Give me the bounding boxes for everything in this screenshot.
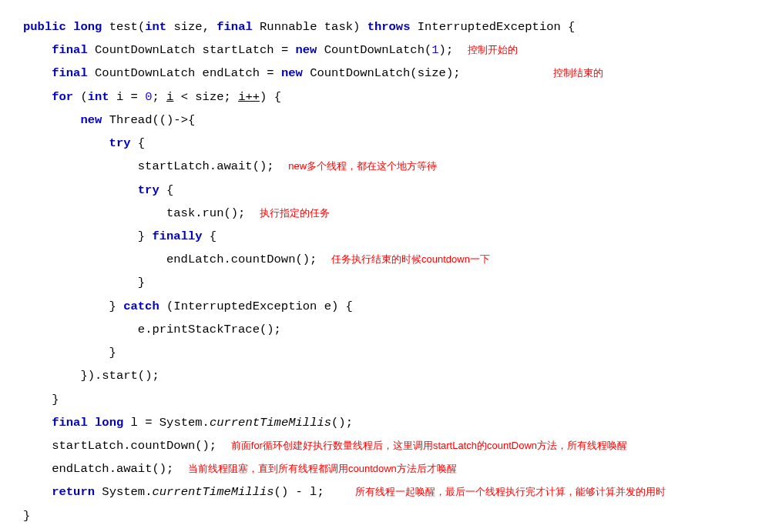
var-l: l (310, 485, 317, 499)
param-task: task (324, 20, 353, 34)
code-line: startLatch.countDown(); 前面for循环创建好执行数量线程… (23, 434, 759, 457)
code-line: final CountDownLatch endLatch = new Coun… (23, 62, 759, 85)
type-cdl: CountDownLatch (95, 43, 195, 57)
type-cdl: CountDownLatch (310, 66, 410, 80)
code-block: public long test(int size, final Runnabl… (23, 15, 759, 527)
var-startlatch: startLatch (52, 439, 123, 453)
var-endlatch: endLatch (166, 253, 223, 266)
literal-one: 1 (431, 43, 438, 57)
keyword-long: long (73, 20, 102, 34)
code-line: } (23, 341, 759, 364)
type-exception: InterruptedException (173, 299, 317, 313)
type-thread: Thread (109, 113, 153, 127)
keyword-final: final (52, 66, 88, 80)
keyword-for: for (52, 90, 73, 104)
var-startlatch: startLatch (203, 43, 274, 57)
keyword-return: return (52, 485, 95, 499)
code-line: }).start(); (23, 364, 759, 387)
comment-block-current: 当前线程阻塞，直到所有线程都调用countdown方法后才唤醒 (188, 463, 457, 474)
code-line: } catch (InterruptedException e) { (23, 295, 759, 318)
param-size: size (173, 20, 202, 34)
method-pst: printStackTrace (152, 323, 260, 336)
method-ctm: currentTimeMillis (152, 485, 274, 499)
comment-for-loop-done: 前面for循环创建好执行数量线程后，这里调用startLatch的countDo… (231, 440, 627, 451)
type-cdl: CountDownLatch (95, 66, 195, 80)
code-line: try { (23, 132, 759, 155)
type-system: System (102, 485, 145, 499)
var-e: e (138, 323, 145, 336)
code-line: try { (23, 179, 759, 202)
method-start: start (102, 369, 138, 383)
type-runnable: Runnable (260, 20, 317, 34)
keyword-public: public (23, 20, 66, 34)
code-line: } (23, 388, 759, 411)
keyword-new: new (296, 43, 317, 57)
comment-start-control: 控制开始的 (468, 44, 518, 55)
keyword-new: new (281, 66, 303, 80)
inc-i: i++ (238, 90, 260, 104)
keyword-finally: finally (152, 229, 202, 243)
keyword-long: long (95, 416, 123, 430)
method-name: test (109, 20, 138, 34)
code-line: endLatch.await(); 当前线程阻塞，直到所有线程都调用countd… (23, 457, 759, 480)
keyword-final: final (216, 20, 253, 34)
var-i: i (116, 90, 123, 104)
comment-task-end: 任务执行结束的时候countdown一下 (331, 253, 490, 265)
method-ctm: currentTimeMillis (210, 416, 331, 430)
keyword-final: final (52, 43, 88, 57)
type-cdl: CountDownLatch (324, 43, 425, 57)
code-line: task.run(); 执行指定的任务 (23, 202, 759, 225)
code-line: for (int i = 0; i < size; i++) { (23, 85, 759, 109)
cond-size: size (195, 90, 223, 104)
var-task: task (166, 206, 195, 220)
code-line: e.printStackTrace(); (23, 318, 759, 341)
keyword-int: int (145, 20, 166, 34)
keyword-final: final (52, 416, 88, 430)
var-e: e (324, 299, 331, 313)
code-line: new Thread(()->{ (23, 109, 759, 132)
code-line: public long test(int size, final Runnabl… (23, 15, 759, 38)
method-await: await (116, 462, 153, 476)
literal-zero: 0 (145, 90, 152, 104)
comment-all-awake: 所有线程一起唤醒，最后一个线程执行完才计算，能够计算并发的用时 (355, 486, 666, 497)
method-run: run (203, 206, 224, 220)
var-endlatch: endLatch (52, 462, 109, 476)
code-line: final CountDownLatch startLatch = new Co… (23, 38, 759, 62)
var-l: l (131, 416, 138, 430)
code-line: endLatch.countDown(); 任务执行结束的时候countdown… (23, 248, 759, 271)
arg-size: size (418, 66, 446, 80)
code-line: } (23, 271, 759, 294)
var-endlatch: endLatch (203, 66, 260, 80)
cond-i: i (166, 90, 173, 104)
keyword-new: new (80, 113, 102, 127)
type-system: System (159, 416, 203, 430)
type-exception: InterruptedException (418, 20, 561, 34)
method-countdown: countDown (231, 253, 296, 266)
keyword-try: try (138, 183, 159, 197)
code-line: } finally { (23, 225, 759, 248)
code-line: final long l = System.currentTimeMillis(… (23, 411, 759, 434)
comment-exec-task: 执行指定的任务 (260, 207, 330, 219)
code-line: } (23, 504, 759, 527)
code-line: startLatch.await(); new多个线程，都在这个地方等待 (23, 155, 759, 178)
comment-end-control: 控制结束的 (553, 67, 603, 79)
method-countdown: countDown (131, 439, 196, 453)
comment-new-threads: new多个线程，都在这个地方等待 (288, 160, 437, 172)
keyword-catch: catch (123, 299, 159, 313)
keyword-int: int (88, 90, 109, 104)
method-await: await (216, 159, 253, 173)
keyword-throws: throws (368, 20, 411, 34)
code-line: return System.currentTimeMillis() - l;所有… (23, 480, 759, 504)
keyword-try: try (109, 136, 131, 150)
var-startlatch: startLatch (138, 159, 210, 173)
